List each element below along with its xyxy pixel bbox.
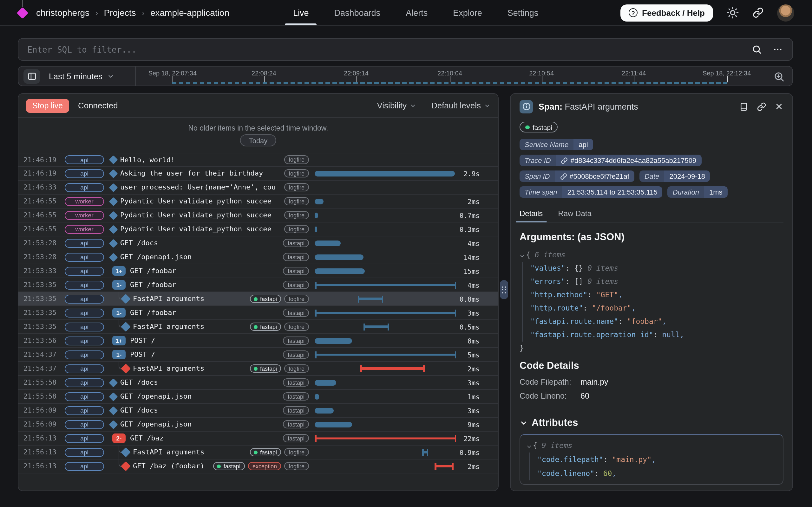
span-row[interactable]: 21:53:35api1-GET /foobarfastapi3ms: [18, 306, 498, 320]
attribute-chip[interactable]: Service Nameapi: [519, 139, 593, 151]
time-range-dropdown[interactable]: Last 5 minutes: [49, 66, 114, 86]
stop-live-button[interactable]: Stop live: [26, 99, 69, 112]
service-badge-worker[interactable]: worker: [65, 225, 104, 233]
breadcrumb-org[interactable]: christophergs: [36, 8, 90, 18]
expand-chip[interactable]: 1+: [112, 266, 125, 276]
breadcrumb-projects[interactable]: Projects: [104, 8, 136, 18]
breadcrumb-project-name[interactable]: example-application: [150, 8, 229, 18]
attribute-chip[interactable]: Span ID#5008bce5f7fe21af: [519, 171, 635, 182]
span-row[interactable]: 21:46:19apiAsking the user for their bir…: [18, 167, 498, 181]
service-badge-api[interactable]: api: [65, 406, 104, 415]
service-badge-api[interactable]: api: [65, 252, 104, 262]
expand-chip[interactable]: 1-: [112, 350, 125, 359]
span-row[interactable]: 21:46:33apiuser processed: User(name='An…: [18, 181, 498, 194]
attribute-chip[interactable]: Date2024-09-18: [640, 171, 710, 182]
service-badge-api[interactable]: api: [65, 322, 104, 331]
span-row[interactable]: 21:53:35apiFastAPI argumentsfastapilogfi…: [18, 292, 498, 306]
grip-handle[interactable]: [500, 280, 508, 299]
span-row[interactable]: 21:46:19apiHello, world!logfire: [18, 153, 498, 167]
span-row[interactable]: 21:53:35apiFastAPI argumentsfastapilogfi…: [18, 320, 498, 334]
tag-chip-logfire: logfire: [285, 156, 309, 164]
attribute-chip[interactable]: Duration1ms: [668, 187, 728, 198]
search-icon[interactable]: [752, 44, 762, 55]
span-row[interactable]: 21:56:13apiGET /baz (foobar)fastapiexcep…: [18, 459, 498, 473]
detail-title: Span: FastAPI arguments: [539, 102, 638, 111]
span-row[interactable]: 21:56:09apiGET /openapi.jsonfastapi9ms: [18, 418, 498, 432]
service-badge-api[interactable]: api: [65, 294, 104, 303]
service-badge-api[interactable]: api: [65, 434, 104, 443]
kebab-icon[interactable]: [773, 44, 783, 55]
span-row[interactable]: 21:56:09apiGET /docsfastapi3ms: [18, 404, 498, 418]
service-badge-api[interactable]: api: [65, 239, 104, 247]
expand-chip[interactable]: 1-: [112, 280, 125, 290]
span-row[interactable]: 21:55:58apiGET /docsfastapi3ms: [18, 376, 498, 390]
span-row[interactable]: 21:54:37apiFastAPI argumentsfastapilogfi…: [18, 362, 498, 376]
detail-tab-raw-data[interactable]: Raw Data: [558, 210, 591, 222]
span-row[interactable]: 21:53:35api1-GET /foobarfastapi4ms: [18, 278, 498, 292]
json-line: }: [519, 342, 783, 355]
service-badge-worker[interactable]: worker: [65, 211, 104, 220]
span-row[interactable]: 21:55:58apiGET /openapi.jsonfastapi1ms: [18, 390, 498, 404]
attribute-chip[interactable]: Trace ID#d834c3374dd6fa2e4aa82a55ab21750…: [519, 155, 701, 166]
default-levels-dropdown[interactable]: Default levels: [432, 101, 490, 110]
span-row[interactable]: 21:46:55workerPydantic User validate_pyt…: [18, 222, 498, 236]
duration-bar: [315, 421, 352, 427]
service-badge-api[interactable]: api: [65, 183, 104, 192]
attributes-heading[interactable]: Attributes: [519, 417, 783, 429]
tab-live[interactable]: Live: [293, 0, 309, 25]
service-badge-api[interactable]: api: [65, 267, 104, 275]
close-icon[interactable]: [774, 102, 783, 111]
service-badge-api[interactable]: api: [65, 308, 104, 317]
sql-filter-input[interactable]: Enter SQL to filter...: [18, 38, 793, 61]
expand-chip[interactable]: 1-: [112, 308, 125, 318]
service-badge-api[interactable]: api: [65, 169, 104, 178]
tag-chip-logfire: logfire: [285, 183, 309, 192]
expand-chip[interactable]: 2-: [112, 434, 125, 443]
tab-explore[interactable]: Explore: [453, 0, 482, 25]
service-badge-api[interactable]: api: [65, 155, 104, 164]
span-row[interactable]: 21:53:56api1+POST /fastapi8ms: [18, 334, 498, 348]
span-timestamp: 21:56:13: [23, 434, 60, 442]
tab-dashboards[interactable]: Dashboards: [334, 0, 380, 25]
visibility-dropdown[interactable]: Visibility: [377, 101, 416, 110]
duration-bar: [315, 435, 456, 442]
service-badge-api[interactable]: api: [65, 392, 104, 401]
span-row[interactable]: 21:56:13apiFastAPI argumentsfastapilogfi…: [18, 446, 498, 459]
service-badge-api[interactable]: api: [65, 364, 104, 373]
service-badge-api[interactable]: api: [65, 462, 104, 470]
span-row[interactable]: 21:53:28apiGET /docsfastapi4ms: [18, 236, 498, 250]
service-badge-api[interactable]: api: [65, 448, 104, 457]
zoom-in-icon[interactable]: [773, 71, 785, 82]
sun-theme-icon[interactable]: [726, 6, 739, 19]
span-row[interactable]: 21:53:33api1+GET /foobarfastapi15ms: [18, 264, 498, 278]
row-gutter: [110, 240, 116, 246]
tab-settings[interactable]: Settings: [507, 0, 539, 25]
link-icon[interactable]: [757, 102, 766, 111]
service-badge-api[interactable]: api: [65, 420, 104, 429]
expand-chip[interactable]: 1+: [112, 336, 125, 345]
span-row[interactable]: 21:53:28apiGET /openapi.jsonfastapi14ms: [18, 250, 498, 264]
detail-tab-details[interactable]: Details: [519, 210, 543, 222]
logfire-diamond-logo[interactable]: [18, 9, 27, 17]
span-message: POST /: [130, 350, 283, 359]
tab-alerts[interactable]: Alerts: [406, 0, 427, 25]
span-row[interactable]: 21:56:13api2-GET /bazfastapi22ms: [18, 432, 498, 446]
span-row[interactable]: 21:46:55workerPydantic User validate_pyt…: [18, 194, 498, 209]
service-badge-api[interactable]: api: [65, 336, 104, 345]
attribute-chip[interactable]: Time span21:53:35.114 to 21:53:35.115: [519, 187, 663, 198]
card-icon[interactable]: [739, 102, 749, 111]
span-row[interactable]: 21:46:55workerPydantic User validate_pyt…: [18, 209, 498, 222]
timeline[interactable]: Sep 18, 22:07:3422:08:2422:09:1422:10:04…: [136, 66, 764, 86]
service-badge-api[interactable]: api: [65, 280, 104, 289]
today-button[interactable]: Today: [240, 134, 276, 147]
avatar[interactable]: [777, 4, 794, 21]
service-badge-api[interactable]: api: [65, 378, 104, 387]
link-icon[interactable]: [752, 7, 764, 18]
empty-state-message: No older items in the selected time wind…: [18, 124, 498, 132]
service-badge-worker[interactable]: worker: [65, 197, 104, 206]
span-row[interactable]: 21:54:37api1-POST /fastapi5ms: [18, 348, 498, 362]
panel-toggle-icon[interactable]: [23, 69, 40, 83]
feedback-help-button[interactable]: ? Feedback / Help: [620, 4, 713, 21]
service-badge-api[interactable]: api: [65, 350, 104, 359]
service-tag-pill[interactable]: fastapi: [519, 122, 558, 133]
